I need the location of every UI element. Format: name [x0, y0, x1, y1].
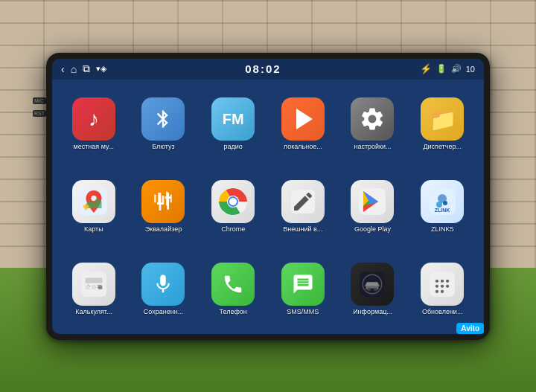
- app-label-phone: Телефон: [219, 308, 246, 315]
- svg-point-15: [436, 202, 442, 208]
- rst-label: RST: [33, 110, 46, 117]
- bluetooth-status-icon: ⚡: [420, 63, 432, 74]
- svg-point-39: [441, 289, 444, 292]
- svg-rect-26: [98, 285, 102, 289]
- app-icon-gplay: [351, 180, 394, 223]
- app-maps[interactable]: Карты: [61, 167, 127, 245]
- app-icon-fm: FM: [211, 97, 255, 141]
- app-icon-settings: [351, 97, 394, 141]
- app-label-saved: Сохраненн...: [144, 308, 183, 315]
- svg-point-10: [229, 198, 237, 205]
- app-icon-update: [421, 263, 464, 306]
- recents-button[interactable]: ⧉: [83, 62, 90, 75]
- svg-point-36: [441, 284, 444, 287]
- svg-point-34: [446, 279, 449, 282]
- svg-point-38: [436, 289, 438, 292]
- svg-rect-24: [85, 285, 89, 289]
- app-icon-maps: [72, 180, 115, 223]
- app-icon-calc: — + ÷ ×: [72, 263, 115, 306]
- svg-point-29: [368, 288, 371, 291]
- tablet-device: ‹ ⌂ ⧉ ▾◈ 08:02 ⚡ 🔋 🔊 10 ♪: [46, 53, 490, 340]
- battery-icon: 🔋: [436, 64, 447, 74]
- back-button[interactable]: ‹: [61, 63, 65, 75]
- home-button[interactable]: ⌂: [71, 63, 77, 75]
- app-icon-saved: [141, 263, 185, 306]
- app-label-info: Информац...: [353, 308, 392, 315]
- avito-watermark: Avito: [456, 323, 484, 334]
- svg-rect-5: [170, 195, 173, 203]
- app-label-gplay: Google Play: [354, 225, 391, 233]
- app-icon-phone: [211, 263, 255, 306]
- app-sms[interactable]: SMS/MMS: [270, 250, 336, 328]
- app-label-maps: Карты: [84, 225, 103, 233]
- volume-level: 10: [466, 65, 475, 74]
- app-grid: ♪ местная му... Блютуз FM: [52, 80, 484, 334]
- svg-point-35: [436, 284, 438, 287]
- app-settings[interactable]: настройки...: [340, 86, 406, 164]
- app-label-bluetooth: Блютуз: [152, 143, 174, 150]
- svg-rect-1: [154, 195, 156, 203]
- app-label-sms: SMS/MMS: [287, 308, 319, 315]
- mic-label: MIC: [33, 97, 46, 104]
- svg-point-37: [446, 284, 449, 287]
- app-label-chrome: Chrome: [221, 225, 245, 233]
- app-update[interactable]: Обновлени...: [409, 250, 475, 328]
- app-calc[interactable]: — + ÷ × Калькулят...: [61, 250, 127, 328]
- svg-rect-25: [92, 285, 96, 289]
- svg-point-16: [443, 201, 447, 205]
- nav-buttons: ‹ ⌂ ⧉ ▾◈: [61, 62, 106, 75]
- app-files[interactable]: 📁 Диспетчер...: [409, 86, 475, 164]
- device-wrapper: MIC RST ‹ ⌂ ⧉ ▾◈ 08:02 ⚡ 🔋 🔊 10: [46, 53, 490, 340]
- app-label-fm: радио: [224, 143, 243, 150]
- volume-icon: 🔊: [451, 64, 462, 74]
- app-info[interactable]: Информац...: [340, 250, 406, 328]
- app-icon-zlink: ZLINK: [421, 180, 464, 223]
- svg-rect-4: [166, 192, 168, 206]
- app-fm[interactable]: FM радио: [200, 86, 266, 164]
- svg-point-33: [441, 279, 444, 282]
- mic-rst-labels: MIC RST: [33, 97, 46, 117]
- app-icon-music: ♪: [72, 97, 115, 141]
- app-phone[interactable]: Телефон: [200, 250, 266, 328]
- app-bluetooth[interactable]: Блютуз: [131, 86, 197, 164]
- app-video[interactable]: локальное...: [270, 86, 336, 164]
- svg-text:ZLINK: ZLINK: [435, 208, 450, 213]
- clock: 08:02: [245, 62, 281, 75]
- app-label-settings: настройки...: [354, 143, 391, 150]
- app-label-zlink: ZLINK5: [431, 225, 454, 233]
- app-eq[interactable]: Эквалайзер: [131, 167, 197, 245]
- app-icon-bluetooth: [141, 97, 185, 141]
- app-icon-chrome: [211, 180, 255, 223]
- app-label-eq: Эквалайзер: [145, 225, 182, 233]
- svg-rect-3: [162, 196, 165, 205]
- status-right: ⚡ 🔋 🔊 10: [420, 63, 475, 74]
- app-extern[interactable]: Внешний в...: [270, 167, 336, 245]
- svg-rect-2: [159, 193, 161, 205]
- app-label-update: Обновлени...: [422, 308, 462, 315]
- app-icon-files: 📁: [421, 97, 464, 141]
- app-label-video: локальное...: [284, 143, 322, 150]
- svg-rect-23: [85, 277, 102, 283]
- app-saved[interactable]: Сохраненн...: [131, 250, 197, 328]
- wifi-icon: ▾◈: [96, 64, 106, 74]
- app-gplay[interactable]: Google Play: [340, 167, 406, 245]
- app-icon-sms: [281, 263, 325, 306]
- app-music[interactable]: ♪ местная му...: [61, 86, 127, 164]
- app-chrome[interactable]: Chrome: [200, 167, 266, 245]
- app-icon-eq: [141, 180, 185, 223]
- tablet-screen: ‹ ⌂ ⧉ ▾◈ 08:02 ⚡ 🔋 🔊 10 ♪: [52, 59, 484, 334]
- app-label-calc: Калькулят...: [75, 308, 112, 315]
- app-label-extern: Внешний в...: [283, 225, 322, 233]
- app-icon-video: [281, 97, 325, 141]
- app-label-music: местная му...: [74, 143, 115, 150]
- svg-point-30: [374, 288, 377, 291]
- app-label-files: Диспетчер...: [423, 143, 462, 150]
- app-zlink[interactable]: ZLINK ZLINK5: [409, 167, 475, 245]
- app-icon-info: [351, 263, 394, 306]
- status-bar: ‹ ⌂ ⧉ ▾◈ 08:02 ⚡ 🔋 🔊 10: [52, 59, 484, 80]
- app-icon-extern: [281, 180, 325, 223]
- svg-point-32: [436, 279, 438, 282]
